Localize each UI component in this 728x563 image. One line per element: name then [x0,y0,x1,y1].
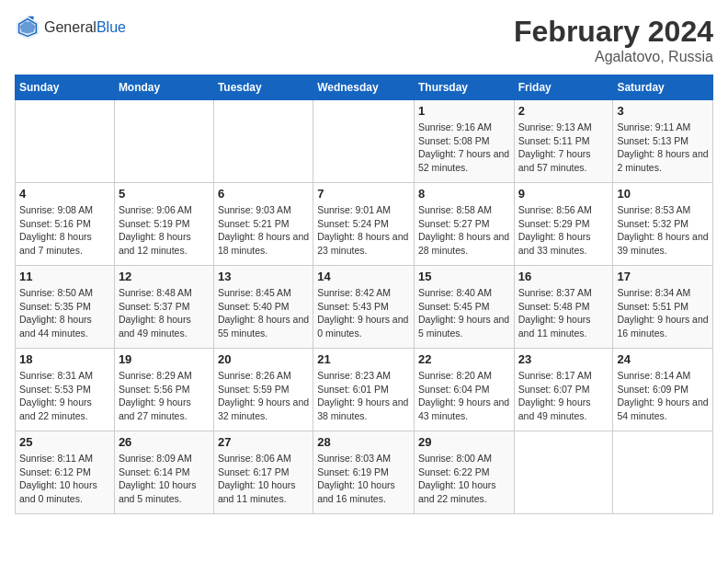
calendar-day-cell: 8Sunrise: 8:58 AM Sunset: 5:27 PM Daylig… [414,183,514,266]
day-number: 15 [418,270,510,283]
day-info: Sunrise: 8:58 AM Sunset: 5:27 PM Dayligh… [418,203,510,258]
calendar-day-cell [613,431,713,514]
weekday-header: Saturday [613,75,713,100]
day-info: Sunrise: 9:08 AM Sunset: 5:16 PM Dayligh… [19,203,110,258]
calendar-day-cell: 1Sunrise: 9:16 AM Sunset: 5:08 PM Daylig… [414,100,514,183]
calendar-day-cell: 3Sunrise: 9:11 AM Sunset: 5:13 PM Daylig… [613,100,713,183]
calendar-day-cell: 19Sunrise: 8:29 AM Sunset: 5:56 PM Dayli… [114,349,213,431]
day-number: 17 [617,270,709,283]
day-number: 18 [19,352,110,366]
calendar-day-cell: 26Sunrise: 8:09 AM Sunset: 6:14 PM Dayli… [114,431,213,514]
day-number: 23 [518,352,609,366]
logo-icon [15,15,40,40]
day-info: Sunrise: 8:09 AM Sunset: 6:14 PM Dayligh… [119,452,210,506]
calendar-day-cell: 7Sunrise: 9:01 AM Sunset: 5:24 PM Daylig… [313,183,415,266]
day-number: 19 [119,352,210,366]
day-info: Sunrise: 8:00 AM Sunset: 6:22 PM Dayligh… [418,452,510,506]
calendar-day-cell: 4Sunrise: 9:08 AM Sunset: 5:16 PM Daylig… [16,183,115,266]
day-info: Sunrise: 8:56 AM Sunset: 5:29 PM Dayligh… [518,203,609,258]
day-info: Sunrise: 8:17 AM Sunset: 6:07 PM Dayligh… [518,369,609,423]
location: Agalatovo, Russia [514,49,713,65]
day-number: 9 [518,187,609,201]
calendar-week-row: 11Sunrise: 8:50 AM Sunset: 5:35 PM Dayli… [16,266,713,349]
day-number: 25 [19,435,110,449]
page-header: GeneralBlue February 2024 Agalatovo, Rus… [15,15,713,65]
day-number: 12 [119,270,210,283]
day-info: Sunrise: 8:03 AM Sunset: 6:19 PM Dayligh… [317,452,410,506]
day-number: 3 [617,104,709,118]
calendar-week-row: 25Sunrise: 8:11 AM Sunset: 6:12 PM Dayli… [16,431,713,514]
day-number: 7 [317,187,410,201]
day-info: Sunrise: 8:40 AM Sunset: 5:45 PM Dayligh… [418,286,510,340]
calendar-day-cell: 14Sunrise: 8:42 AM Sunset: 5:43 PM Dayli… [313,266,415,349]
calendar-day-cell: 25Sunrise: 8:11 AM Sunset: 6:12 PM Dayli… [16,431,115,514]
calendar-day-cell: 13Sunrise: 8:45 AM Sunset: 5:40 PM Dayli… [213,266,313,349]
day-number: 1 [418,104,510,118]
day-info: Sunrise: 8:14 AM Sunset: 6:09 PM Dayligh… [617,369,709,423]
calendar-day-cell: 29Sunrise: 8:00 AM Sunset: 6:22 PM Dayli… [414,431,514,514]
day-number: 26 [119,435,210,449]
day-number: 4 [19,187,110,201]
day-info: Sunrise: 8:29 AM Sunset: 5:56 PM Dayligh… [119,369,210,423]
calendar-day-cell: 5Sunrise: 9:06 AM Sunset: 5:19 PM Daylig… [114,183,213,266]
calendar-day-cell: 17Sunrise: 8:34 AM Sunset: 5:51 PM Dayli… [613,266,713,349]
day-info: Sunrise: 9:16 AM Sunset: 5:08 PM Dayligh… [418,121,510,175]
calendar-day-cell: 20Sunrise: 8:26 AM Sunset: 5:59 PM Dayli… [213,349,313,431]
day-info: Sunrise: 9:11 AM Sunset: 5:13 PM Dayligh… [617,121,709,175]
calendar-week-row: 1Sunrise: 9:16 AM Sunset: 5:08 PM Daylig… [16,100,713,183]
calendar-day-cell: 18Sunrise: 8:31 AM Sunset: 5:53 PM Dayli… [16,349,115,431]
calendar-header-row: SundayMondayTuesdayWednesdayThursdayFrid… [16,75,713,100]
calendar-day-cell: 15Sunrise: 8:40 AM Sunset: 5:45 PM Dayli… [414,266,514,349]
calendar-day-cell: 12Sunrise: 8:48 AM Sunset: 5:37 PM Dayli… [114,266,213,349]
day-info: Sunrise: 8:26 AM Sunset: 5:59 PM Dayligh… [218,369,309,423]
day-info: Sunrise: 9:03 AM Sunset: 5:21 PM Dayligh… [218,203,309,258]
day-number: 27 [218,435,309,449]
day-info: Sunrise: 9:13 AM Sunset: 5:11 PM Dayligh… [518,121,609,175]
day-number: 24 [617,352,709,366]
day-number: 13 [218,270,309,283]
day-number: 14 [317,270,410,283]
day-info: Sunrise: 8:53 AM Sunset: 5:32 PM Dayligh… [617,203,709,258]
weekday-header: Tuesday [213,75,313,100]
calendar-body: 1Sunrise: 9:16 AM Sunset: 5:08 PM Daylig… [16,100,713,514]
month-title: February 2024 [514,15,713,49]
day-number: 21 [317,352,410,366]
day-number: 20 [218,352,309,366]
day-info: Sunrise: 8:37 AM Sunset: 5:48 PM Dayligh… [518,286,609,340]
day-number: 22 [418,352,510,366]
calendar-day-cell [514,431,613,514]
logo-general: General [44,19,97,36]
day-info: Sunrise: 8:11 AM Sunset: 6:12 PM Dayligh… [19,452,110,506]
weekday-header: Friday [514,75,613,100]
title-block: February 2024 Agalatovo, Russia [514,15,713,65]
day-info: Sunrise: 8:34 AM Sunset: 5:51 PM Dayligh… [617,286,709,340]
day-info: Sunrise: 9:06 AM Sunset: 5:19 PM Dayligh… [119,203,210,258]
day-info: Sunrise: 8:23 AM Sunset: 6:01 PM Dayligh… [317,369,410,423]
calendar-day-cell: 21Sunrise: 8:23 AM Sunset: 6:01 PM Dayli… [313,349,415,431]
calendar-day-cell [313,100,415,183]
day-info: Sunrise: 8:50 AM Sunset: 5:35 PM Dayligh… [19,286,110,340]
weekday-header: Thursday [414,75,514,100]
day-info: Sunrise: 8:48 AM Sunset: 5:37 PM Dayligh… [119,286,210,340]
calendar-table: SundayMondayTuesdayWednesdayThursdayFrid… [15,75,713,514]
day-number: 6 [218,187,309,201]
day-number: 16 [518,270,609,283]
day-number: 5 [119,187,210,201]
logo: GeneralBlue [15,15,126,40]
calendar-day-cell: 27Sunrise: 8:06 AM Sunset: 6:17 PM Dayli… [213,431,313,514]
calendar-week-row: 18Sunrise: 8:31 AM Sunset: 5:53 PM Dayli… [16,349,713,431]
day-number: 29 [418,435,510,449]
logo-text: GeneralBlue [44,19,126,36]
day-number: 2 [518,104,609,118]
calendar-week-row: 4Sunrise: 9:08 AM Sunset: 5:16 PM Daylig… [16,183,713,266]
calendar-day-cell: 11Sunrise: 8:50 AM Sunset: 5:35 PM Dayli… [16,266,115,349]
calendar-day-cell: 22Sunrise: 8:20 AM Sunset: 6:04 PM Dayli… [414,349,514,431]
calendar-day-cell: 2Sunrise: 9:13 AM Sunset: 5:11 PM Daylig… [514,100,613,183]
calendar-day-cell [16,100,115,183]
calendar-day-cell: 24Sunrise: 8:14 AM Sunset: 6:09 PM Dayli… [613,349,713,431]
day-info: Sunrise: 8:06 AM Sunset: 6:17 PM Dayligh… [218,452,309,506]
calendar-day-cell: 10Sunrise: 8:53 AM Sunset: 5:32 PM Dayli… [613,183,713,266]
day-info: Sunrise: 8:20 AM Sunset: 6:04 PM Dayligh… [418,369,510,423]
day-number: 10 [617,187,709,201]
weekday-header: Sunday [16,75,115,100]
